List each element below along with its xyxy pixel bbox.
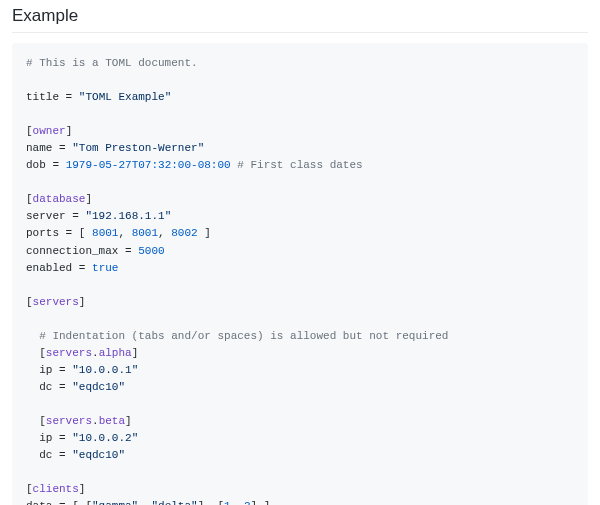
code-punc: = [52, 142, 72, 154]
code-string: "10.0.0.2" [72, 432, 138, 444]
code-comment: # First class dates [231, 159, 363, 171]
code-punc: = [52, 364, 72, 376]
code-punc: . [92, 347, 99, 359]
code-punc: [ [26, 296, 33, 308]
code-punc: ] [66, 125, 73, 137]
code-key: title [26, 91, 59, 103]
code-key: server [26, 210, 66, 222]
code-table: beta [99, 415, 125, 427]
code-punc: [ [26, 483, 33, 495]
code-string: "gamma" [92, 500, 138, 505]
code-punc: ] [85, 193, 92, 205]
code-punc: = [118, 245, 138, 257]
code-string: "10.0.0.1" [72, 364, 138, 376]
code-number: 5000 [138, 245, 164, 257]
code-key: enabled [26, 262, 72, 274]
code-string: "192.168.1.1" [85, 210, 171, 222]
code-number: 1 [224, 500, 231, 505]
section-heading: Example [12, 0, 588, 33]
code-punc: . [92, 415, 99, 427]
code-number: 8001 [92, 227, 118, 239]
code-key: ip [26, 432, 52, 444]
code-table: servers [33, 296, 79, 308]
code-punc: ] [125, 415, 132, 427]
code-punc: = [ [59, 227, 92, 239]
code-key: name [26, 142, 52, 154]
code-punc: , [118, 227, 131, 239]
code-punc: ] [132, 347, 139, 359]
code-number: 8001 [132, 227, 158, 239]
code-string: "Tom Preston-Werner" [72, 142, 204, 154]
code-punc: [ [26, 125, 33, 137]
code-punc: = [52, 432, 72, 444]
code-boolean: true [92, 262, 118, 274]
code-comment: # This is a TOML document. [26, 57, 198, 69]
code-number: 8002 [171, 227, 197, 239]
code-punc: ], [ [198, 500, 224, 505]
code-table: clients [33, 483, 79, 495]
code-punc: = [46, 159, 66, 171]
code-key: connection_max [26, 245, 118, 257]
code-punc: = [72, 262, 92, 274]
code-punc: ] [198, 227, 211, 239]
code-block: # This is a TOML document. title = "TOML… [12, 43, 588, 505]
code-punc: ] [79, 483, 86, 495]
code-key: data [26, 500, 52, 505]
document-container: Example # This is a TOML document. title… [0, 0, 600, 505]
code-table: servers [46, 347, 92, 359]
code-key: dc [26, 381, 52, 393]
code-punc: , [138, 500, 151, 505]
code-punc: [ [26, 415, 46, 427]
code-string: "eqdc10" [72, 449, 125, 461]
code-string: "TOML Example" [79, 91, 171, 103]
code-punc: = [59, 91, 79, 103]
code-table: owner [33, 125, 66, 137]
code-punc: = [52, 381, 72, 393]
code-punc: , [231, 500, 244, 505]
code-punc: ] [79, 296, 86, 308]
code-punc: = [ [ [52, 500, 92, 505]
code-date: 1979-05-27T07:32:00-08:00 [66, 159, 231, 171]
code-string: "eqdc10" [72, 381, 125, 393]
code-key: ip [26, 364, 52, 376]
code-punc: , [158, 227, 171, 239]
code-key: dob [26, 159, 46, 171]
code-table: alpha [99, 347, 132, 359]
code-key: ports [26, 227, 59, 239]
code-punc: [ [26, 193, 33, 205]
code-punc: = [66, 210, 86, 222]
code-punc: [ [26, 347, 46, 359]
code-key: dc [26, 449, 52, 461]
code-punc: = [52, 449, 72, 461]
code-comment: # Indentation (tabs and/or spaces) is al… [26, 330, 448, 342]
code-table: servers [46, 415, 92, 427]
code-punc: ] ] [250, 500, 270, 505]
code-string: "delta" [151, 500, 197, 505]
code-table: database [33, 193, 86, 205]
